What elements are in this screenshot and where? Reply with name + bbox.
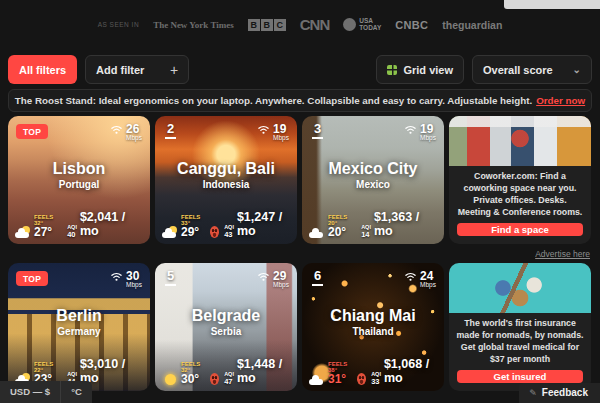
city-country: Mexico <box>302 179 444 190</box>
sort-dropdown[interactable]: Overall score ⌄ <box>472 55 592 84</box>
rank-number: 6 <box>312 268 323 286</box>
wifi-icon <box>110 123 123 136</box>
sun-icon <box>162 373 178 385</box>
coworking-ad-image <box>449 116 591 166</box>
bbc-box: B <box>261 19 273 31</box>
city-card-chiang-mai[interactable]: 6 24Mbps Chiang Mai Thailand FEELS 38°31… <box>302 263 444 391</box>
city-country: Indonesia <box>155 179 297 190</box>
temperature: FEELS 20°20° <box>328 214 356 238</box>
temperature-unit-selector[interactable]: °C <box>60 381 92 403</box>
wifi-speed: 19Mbps <box>257 123 289 142</box>
air-quality: AQI47 <box>224 372 234 385</box>
city-name: Belgrade <box>155 307 297 325</box>
ad-text: The world's first insurance made for nom… <box>449 313 591 370</box>
feedback-button[interactable]: ✎ Feedback <box>519 383 600 403</box>
grid-view-icon <box>387 65 397 75</box>
sun-behind-cloud-icon <box>162 226 178 238</box>
currency-selector[interactable]: USD — $ <box>0 381 60 403</box>
city-card-belgrade[interactable]: 5 29Mbps Belgrade Serbia FEELS 32°30° AQ… <box>155 263 297 391</box>
press-logo-cnn: CNN <box>300 16 330 33</box>
rank-number: 3 <box>312 121 323 139</box>
city-country: Germany <box>8 326 150 337</box>
bbc-box: B <box>248 19 260 31</box>
sun-behind-cloud-icon <box>15 226 31 238</box>
price-per-month: $1,363 / mo <box>374 210 437 238</box>
city-country: Serbia <box>155 326 297 337</box>
cloud-icon <box>309 373 325 385</box>
price-per-month: $2,041 / mo <box>80 210 143 238</box>
add-filter-button[interactable]: Add filter + <box>85 55 189 84</box>
cutoff-overlay-edge <box>504 0 600 9</box>
wifi-icon <box>257 123 270 136</box>
air-quality: AQI33 <box>371 372 381 385</box>
price-per-month: $1,448 / mo <box>237 357 290 385</box>
air-quality: AQI14 <box>361 225 371 238</box>
advertise-here-link[interactable]: Advertise here <box>535 249 590 259</box>
as-seen-in-label: as seen in <box>98 21 139 28</box>
all-filters-button[interactable]: All filters <box>8 55 77 84</box>
air-quality: AQI43 <box>224 225 234 238</box>
wifi-icon <box>110 270 123 283</box>
top-badge: TOP <box>16 124 48 139</box>
announcement-banner: The Roost Stand: Ideal ergonomics on you… <box>8 89 592 112</box>
cloud-icon <box>309 226 325 238</box>
pencil-icon: ✎ <box>529 388 537 398</box>
wifi-icon <box>257 270 270 283</box>
hot-face-icon <box>210 373 219 385</box>
chevron-down-icon: ⌄ <box>573 64 581 75</box>
city-country: Thailand <box>302 326 444 337</box>
press-logo-nytimes: The New York Times <box>153 20 234 30</box>
ad-text: Coworker.com: Find a coworking space nea… <box>449 166 591 223</box>
temperature: FEELS 32°27° <box>34 214 62 238</box>
top-badge: TOP <box>16 271 48 286</box>
city-card-lisbon[interactable]: TOP 26Mbps Lisbon Portugal FEELS 32°27° … <box>8 116 150 244</box>
city-card-mexico-city[interactable]: 3 19Mbps Mexico City Mexico FEELS 20°20°… <box>302 116 444 244</box>
city-country: Portugal <box>8 179 150 190</box>
bbc-box: C <box>274 19 286 31</box>
wifi-speed: 24Mbps <box>404 270 436 289</box>
temperature: FEELS 32°30° <box>181 361 205 385</box>
usa-today-circle-icon <box>343 18 356 31</box>
temperature: FEELS 38°31° <box>328 361 352 385</box>
press-bar: as seen in The New York Times B B C CNN … <box>0 16 600 33</box>
air-quality: AQI40 <box>67 225 77 238</box>
press-logo-guardian: theguardian <box>442 19 502 31</box>
wifi-speed: 19Mbps <box>404 123 436 142</box>
city-grid: TOP 26Mbps Lisbon Portugal FEELS 32°27° … <box>8 116 591 391</box>
wifi-speed: 30Mbps <box>110 270 142 289</box>
plus-icon: + <box>170 62 178 78</box>
city-name: Chiang Mai <box>302 307 444 325</box>
wifi-speed: 26Mbps <box>110 123 142 142</box>
press-logo-bbc: B B C <box>248 19 286 31</box>
city-name: Canggu, Bali <box>155 160 297 178</box>
get-insured-button[interactable]: Get insured <box>457 370 583 384</box>
rank-number: 2 <box>165 121 176 139</box>
press-logo-usa-today: USA TODAY <box>343 18 381 31</box>
rank-number: 5 <box>165 268 176 286</box>
unit-settings-bar: USD — $ °C <box>0 381 92 403</box>
wifi-icon <box>404 123 417 136</box>
find-a-space-button[interactable]: Find a space <box>457 223 583 237</box>
announcement-text: The Roost Stand: Ideal ergonomics on you… <box>15 95 532 106</box>
city-card-berlin[interactable]: TOP 30Mbps Berlin Germany FEELS 22°23° A… <box>8 263 150 391</box>
wifi-icon <box>404 270 417 283</box>
temperature: FEELS 33°29° <box>181 214 205 238</box>
city-name: Berlin <box>8 307 150 325</box>
price-per-month: $1,247 / mo <box>237 210 290 238</box>
hot-face-icon <box>357 373 366 385</box>
press-logo-cnbc: CNBC <box>395 19 428 31</box>
city-name: Lisbon <box>8 160 150 178</box>
price-per-month: $1,068 / mo <box>384 357 437 385</box>
wifi-speed: 29Mbps <box>257 270 289 289</box>
city-name: Mexico City <box>302 160 444 178</box>
ad-card-coworker[interactable]: Coworker.com: Find a coworking space nea… <box>449 116 591 244</box>
insurance-ad-image <box>449 263 591 313</box>
filter-bar: All filters Add filter + Grid view Overa… <box>8 55 592 84</box>
grid-view-button[interactable]: Grid view <box>376 55 464 84</box>
order-now-link[interactable]: Order now <box>536 95 585 106</box>
city-card-canggu[interactable]: 2 19Mbps Canggu, Bali Indonesia FEELS 33… <box>155 116 297 244</box>
ad-card-insurance[interactable]: The world's first insurance made for nom… <box>449 263 591 391</box>
angry-face-icon <box>210 226 219 238</box>
